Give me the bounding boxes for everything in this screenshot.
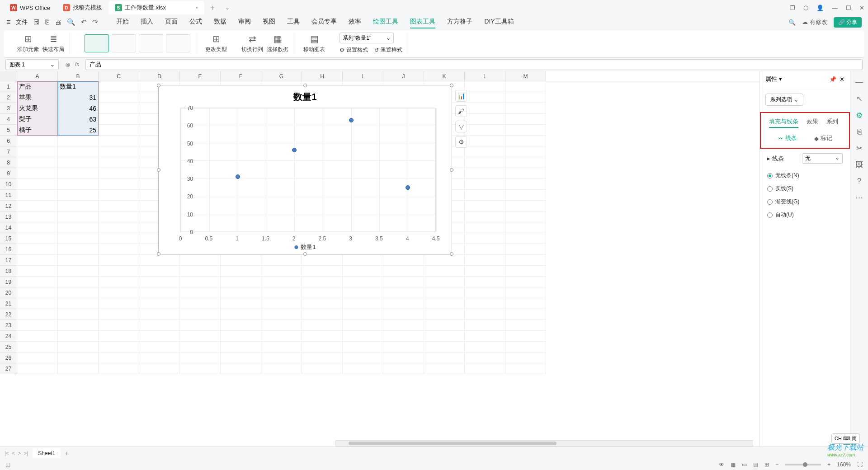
cell[interactable] (343, 309, 383, 320)
cell[interactable] (465, 277, 505, 287)
cell[interactable] (221, 352, 261, 363)
cell[interactable] (17, 190, 58, 201)
cell[interactable] (465, 136, 505, 146)
cell[interactable] (58, 255, 99, 266)
cell[interactable] (505, 298, 546, 309)
row-header[interactable]: 27 (0, 363, 17, 374)
cell[interactable] (180, 342, 221, 352)
chart-styles-button[interactable]: 🖌 (455, 105, 467, 117)
cell[interactable] (465, 114, 505, 125)
cell[interactable] (180, 309, 221, 320)
cell[interactable] (465, 309, 505, 320)
cell[interactable] (465, 298, 505, 309)
cell[interactable] (383, 277, 424, 287)
col-header[interactable]: G (261, 71, 302, 81)
cell[interactable] (99, 298, 139, 309)
cell[interactable] (505, 331, 546, 342)
cell[interactable] (58, 287, 99, 298)
menu-icon[interactable]: ≡ (6, 18, 10, 26)
export-icon[interactable]: ⎘ (45, 18, 49, 26)
ribbon-tab-8[interactable]: 会员专享 (311, 16, 337, 28)
cell[interactable] (221, 342, 261, 352)
cell[interactable] (302, 287, 343, 298)
cell[interactable] (58, 320, 99, 331)
cell[interactable] (180, 298, 221, 309)
cell[interactable] (58, 266, 99, 277)
cell[interactable] (505, 125, 546, 136)
row-header[interactable]: 12 (0, 201, 17, 212)
cell[interactable] (343, 331, 383, 342)
cell[interactable] (424, 352, 465, 363)
ruler-tool-icon[interactable]: ✂ (856, 144, 863, 153)
window-multi-icon[interactable]: ❐ (790, 5, 795, 11)
cell[interactable] (302, 331, 343, 342)
cell[interactable] (302, 309, 343, 320)
resize-handle[interactable] (157, 252, 160, 256)
col-header[interactable]: H (302, 71, 343, 81)
cell[interactable] (302, 298, 343, 309)
cell[interactable] (343, 342, 383, 352)
chart-style-3[interactable] (139, 34, 163, 52)
cell[interactable] (465, 168, 505, 179)
cell[interactable] (424, 320, 465, 331)
zoom-slider-thumb[interactable] (803, 462, 807, 467)
row-header[interactable]: 1 (0, 81, 17, 92)
chart-filter-button[interactable]: ▽ (455, 121, 467, 132)
sheet-tab[interactable]: Sheet1 (33, 448, 61, 458)
chart-title[interactable]: 数量1 (159, 85, 452, 103)
cell[interactable] (17, 157, 58, 168)
ribbon-tab-4[interactable]: 数据 (214, 16, 226, 28)
cell[interactable] (465, 212, 505, 222)
row-header[interactable]: 6 (0, 136, 17, 146)
cell[interactable] (17, 146, 58, 157)
data-point[interactable] (349, 118, 354, 122)
print-icon[interactable]: 🖨 (55, 18, 61, 26)
cell[interactable] (58, 190, 99, 201)
cell[interactable] (302, 352, 343, 363)
cell[interactable] (99, 146, 139, 157)
ribbon-tab-3[interactable]: 公式 (189, 16, 202, 28)
cell[interactable] (465, 125, 505, 136)
cell[interactable] (465, 157, 505, 168)
move-chart-button[interactable]: ▤移动图表 (303, 33, 325, 53)
formula-input[interactable]: 产品 (85, 59, 863, 70)
cell[interactable] (17, 255, 58, 266)
cell[interactable] (58, 212, 99, 222)
chart-plot-area[interactable] (180, 108, 436, 232)
chart-legend[interactable]: 数量1 (294, 243, 316, 251)
close-panel-icon[interactable]: ✕ (840, 76, 844, 83)
reset-style-button[interactable]: ↺ 重置样式 (374, 46, 402, 54)
cell[interactable] (383, 352, 424, 363)
cell[interactable] (261, 298, 302, 309)
cell[interactable] (17, 331, 58, 342)
chart-elements-button[interactable]: 📊 (455, 90, 467, 102)
redo-icon[interactable]: ↷ (92, 18, 98, 26)
cell[interactable] (99, 277, 139, 287)
cell[interactable] (261, 255, 302, 266)
cell[interactable] (180, 352, 221, 363)
cell[interactable]: 苹果 (17, 92, 58, 103)
cell[interactable] (383, 342, 424, 352)
cell[interactable] (383, 309, 424, 320)
fullscreen-icon[interactable]: ⛶ (857, 461, 863, 468)
cell[interactable] (505, 222, 546, 233)
row-header[interactable]: 21 (0, 298, 17, 309)
app-tab-docer[interactable]: D 找稻壳模板 (57, 1, 108, 14)
scrollbar-thumb[interactable] (349, 442, 557, 445)
cell[interactable] (99, 255, 139, 266)
cell[interactable] (221, 255, 261, 266)
cell[interactable] (17, 320, 58, 331)
ribbon-tab-7[interactable]: 工具 (287, 16, 300, 28)
cell[interactable] (17, 266, 58, 277)
cell[interactable] (505, 157, 546, 168)
view-grid-icon[interactable]: ▦ (731, 461, 736, 468)
cell[interactable] (302, 320, 343, 331)
cell[interactable] (17, 136, 58, 146)
cell[interactable] (17, 222, 58, 233)
cell[interactable] (17, 363, 58, 374)
cell[interactable] (424, 363, 465, 374)
cell[interactable] (58, 277, 99, 287)
row-header[interactable]: 9 (0, 168, 17, 179)
cell[interactable] (99, 103, 139, 114)
cell[interactable] (505, 244, 546, 255)
